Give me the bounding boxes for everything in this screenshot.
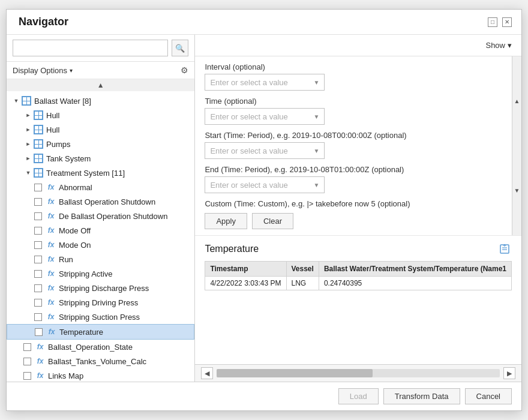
checkbox-stripping-discharge-press[interactable] [34,284,42,292]
fx-icon-ballast-op-shutdown: fx [46,196,56,207]
fx-icon-de-ballast-op-shutdown: fx [46,211,56,221]
checkbox-temperature[interactable] [35,328,43,336]
tree-item-hull-2[interactable]: ► Hull [7,122,194,137]
fx-icon-mode-off: fx [46,225,56,236]
checkbox-links-map[interactable] [23,372,31,380]
interval-placeholder: Enter or select a value [210,78,287,87]
checkbox-de-ballast-op-shutdown[interactable] [34,212,42,220]
search-button[interactable]: 🔍 [172,40,188,56]
label-stripping-discharge-press: Stripping Discharge Press [59,284,149,293]
window-title: Navigator [19,16,68,28]
fx-icon-links-map: fx [35,370,46,381]
display-options-chevron: ▾ [70,67,73,74]
fx-icon-stripping-suction-press: fx [46,311,56,322]
tree-item-stripping-discharge-press[interactable]: fx Stripping Discharge Press [7,281,194,295]
options-icon[interactable]: ⚙ [181,65,188,75]
time-group: Time (optional) Enter or select a value … [205,97,502,125]
horizontal-scrollbar: ◀ ▶ [195,364,521,382]
tree-item-ballast-water[interactable]: ▼ Ballast Water [8] [7,94,194,108]
label-ballast-operation-state: Ballast_Operation_State [48,343,133,352]
tree-item-abnormal[interactable]: fx Abnormal [7,180,194,194]
display-options-toggle[interactable]: Display Options ▾ [13,66,73,75]
checkbox-stripping-suction-press[interactable] [34,313,42,321]
tree-item-de-ballast-op-shutdown[interactable]: fx De Ballast Operation Shutdown [7,209,194,223]
tree-item-run[interactable]: fx Run [7,252,194,266]
expand-hull-1[interactable]: ► [23,110,33,120]
close-button[interactable]: ✕ [502,17,512,27]
tree-item-stripping-active[interactable]: fx Stripping Active [7,266,194,281]
filter-area: Interval (optional) Enter or select a va… [195,56,512,235]
label-hull-1: Hull [46,111,59,120]
time-label: Time (optional) [205,97,502,106]
expand-hull-2[interactable]: ► [23,125,33,134]
expand-pumps[interactable]: ► [23,139,33,149]
tree-item-links-map[interactable]: fx Links Map [7,368,194,382]
checkbox-abnormal[interactable] [34,184,42,191]
tree-item-ballast-tanks-volume-calc[interactable]: fx Ballast_Tanks_Volume_Calc [7,354,194,368]
tree-scroll-up[interactable]: ▲ [7,79,194,91]
label-run: Run [59,255,73,264]
filter-scroll-down[interactable]: ▼ [512,146,521,235]
apply-button[interactable]: Apply [205,213,247,229]
table-icon-hull-2 [33,124,44,135]
filter-scrollbar: ▲ ▼ [512,56,521,235]
title-bar: Navigator □ ✕ [7,10,521,35]
show-toggle[interactable]: Show ▾ [485,41,512,50]
action-buttons: Apply Clear [205,213,502,229]
label-mode-off: Mode Off [59,226,91,235]
filter-scroll-up[interactable]: ▲ [512,56,521,146]
preview-title: Temperature [205,244,259,254]
transform-data-button[interactable]: Transform Data [383,388,460,404]
scroll-left-button[interactable]: ◀ [201,367,213,379]
tree-item-mode-on[interactable]: fx Mode On [7,238,194,252]
interval-select[interactable]: Enter or select a value ▼ [205,74,325,91]
tree-item-ballast-op-shutdown[interactable]: fx Ballast Operation Shutdown [7,194,194,209]
tree-item-ballast-operation-state[interactable]: fx Ballast_Operation_State [7,340,194,354]
table-icon-treatment-system [33,167,44,178]
tree-item-treatment-system[interactable]: ▼ Treatment System [11] [7,166,194,180]
show-label-text: Show [485,41,505,50]
table-icon-hull-1 [33,110,44,121]
start-select[interactable]: Enter or select a value ▼ [205,142,325,159]
expand-ballast-water[interactable]: ▼ [11,96,21,106]
preview-table: Timestamp Vessel Ballast Water/Treatment… [205,261,512,290]
tree-scroll[interactable]: ▼ Ballast Water [8] ► Hull [7,91,194,382]
table-icon-pumps [33,139,44,149]
checkbox-ballast-op-shutdown[interactable] [34,198,42,206]
label-mode-on: Mode On [59,241,91,250]
checkbox-mode-off[interactable] [34,227,42,235]
label-links-map: Links Map [48,371,83,380]
tree-item-pumps[interactable]: ► Pumps [7,137,194,151]
clear-button[interactable]: Clear [252,213,293,229]
end-select[interactable]: Enter or select a value ▼ [205,176,325,193]
scroll-right-button[interactable]: ▶ [503,367,515,379]
tree-area: ▲ ▼ Ballast Water [8] ► [7,79,194,382]
time-select[interactable]: Enter or select a value ▼ [205,108,325,125]
checkbox-stripping-active[interactable] [34,270,42,278]
table-icon-ballast-water [21,95,32,106]
checkbox-mode-on[interactable] [34,241,42,249]
load-button[interactable]: Load [338,388,379,404]
tree-item-stripping-suction-press[interactable]: fx Stripping Suction Press [7,310,194,324]
tree-item-temperature[interactable]: fx Temperature [7,324,194,340]
tree-item-stripping-driving-press[interactable]: fx Stripping Driving Press [7,295,194,310]
checkbox-stripping-driving-press[interactable] [34,299,42,307]
label-stripping-active: Stripping Active [59,269,113,278]
cancel-button[interactable]: Cancel [465,388,512,404]
checkbox-ballast-tanks-volume-calc[interactable] [23,358,31,365]
maximize-button[interactable]: □ [488,17,497,27]
interval-chevron: ▼ [314,79,320,86]
checkbox-ballast-operation-state[interactable] [23,343,31,351]
cell-timestamp: 4/22/2022 3:03:43 PM [205,277,286,290]
tree-item-tank-system[interactable]: ► Tank System [7,151,194,166]
cell-vessel: LNG [286,277,319,290]
tree-item-mode-off[interactable]: fx Mode Off [7,223,194,238]
start-group: Start (Time: Period), e.g. 2019-10-08T00… [205,131,502,159]
checkbox-run[interactable] [34,256,42,263]
preview-export-button[interactable] [497,242,512,256]
expand-tank-system[interactable]: ► [23,154,33,163]
tree-item-hull-1[interactable]: ► Hull [7,108,194,122]
scroll-track[interactable] [217,369,500,377]
expand-treatment-system[interactable]: ▼ [23,168,33,178]
search-input[interactable] [13,40,168,56]
